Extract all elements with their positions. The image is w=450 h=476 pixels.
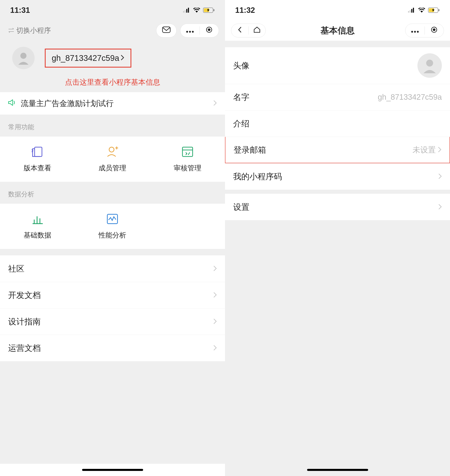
home-indicator[interactable] xyxy=(0,464,225,476)
capsule-close-button[interactable] xyxy=(425,24,444,37)
capsule-menu-button[interactable] xyxy=(180,24,200,37)
feature-basic-data[interactable]: 基础数据 xyxy=(0,212,75,240)
settings-label: 设置 xyxy=(233,202,436,213)
status-time: 11:31 xyxy=(10,6,30,15)
links-list: 社区 开发文档 设计指南 运营文档 xyxy=(0,255,225,361)
link-ops-docs[interactable]: 运营文档 xyxy=(0,335,225,361)
feature-label: 基础数据 xyxy=(24,231,51,240)
mail-button[interactable] xyxy=(156,23,177,37)
promo-label: 流量主广告金激励计划试行 xyxy=(21,98,210,109)
speaker-icon xyxy=(8,99,16,108)
status-indicators xyxy=(183,7,215,13)
section-common-title: 常用功能 xyxy=(0,115,225,137)
link-design-guide[interactable]: 设计指南 xyxy=(0,308,225,335)
performance-icon xyxy=(105,212,119,226)
feature-version-check[interactable]: 版本查看 xyxy=(0,145,75,173)
back-button[interactable] xyxy=(231,24,249,37)
top-bar: 切换小程序 xyxy=(0,20,225,41)
svg-rect-0 xyxy=(183,11,184,13)
svg-point-26 xyxy=(414,31,416,33)
capsule-menu-button[interactable] xyxy=(405,24,425,37)
right-phone-screen: 11:32 基 xyxy=(225,0,450,476)
svg-point-13 xyxy=(20,53,26,59)
left-phone-screen: 11:31 切换小程序 xyxy=(0,0,225,476)
member-icon xyxy=(105,145,119,159)
chevron-right-icon xyxy=(438,145,441,154)
settings-list: 设置 xyxy=(225,194,450,220)
wifi-icon xyxy=(193,8,200,13)
section-data-title: 数据分析 xyxy=(0,182,225,204)
profile-id: gh_87133427c59a xyxy=(52,53,119,63)
row-avatar[interactable]: 头像 xyxy=(225,47,450,84)
svg-point-27 xyxy=(417,31,419,33)
status-bar: 11:31 xyxy=(0,0,225,20)
chevron-right-icon xyxy=(438,172,442,181)
avatar-label: 头像 xyxy=(233,60,417,71)
svg-rect-24 xyxy=(438,9,439,11)
profile-row[interactable]: gh_87133427c59a xyxy=(0,41,225,75)
row-qrcode[interactable]: 我的小程序码 xyxy=(225,163,450,190)
link-dev-docs[interactable]: 开发文档 xyxy=(0,282,225,308)
data-features-grid: 基础数据 性能分析 xyxy=(0,204,225,249)
svg-point-25 xyxy=(411,31,413,33)
chevron-right-icon xyxy=(213,343,217,353)
row-login-email[interactable]: 登录邮箱 未设置 xyxy=(225,137,450,163)
link-community[interactable]: 社区 xyxy=(0,255,225,282)
svg-rect-18 xyxy=(408,11,409,13)
home-icon xyxy=(253,26,261,35)
target-icon xyxy=(431,26,438,35)
row-name[interactable]: 名字 gh_87133427c59a xyxy=(225,84,450,110)
target-icon xyxy=(206,26,213,35)
basic-info-list: 头像 名字 gh_87133427c59a 介绍 登录邮箱 未设置 我的小程序码 xyxy=(225,47,450,190)
chevron-right-icon xyxy=(213,264,217,273)
home-button[interactable] xyxy=(249,24,266,37)
more-icon xyxy=(411,26,419,35)
qrcode-label: 我的小程序码 xyxy=(233,171,436,182)
capsule-close-button[interactable] xyxy=(200,24,219,37)
chevron-right-icon xyxy=(213,99,217,108)
svg-rect-3 xyxy=(188,8,189,13)
avatar-image xyxy=(417,53,442,78)
feature-label: 版本查看 xyxy=(24,163,51,173)
promo-row[interactable]: 流量主广告金激励计划试行 xyxy=(0,92,225,115)
link-label: 开发文档 xyxy=(8,290,210,301)
home-indicator[interactable] xyxy=(225,464,450,476)
chevron-right-icon xyxy=(120,53,124,63)
row-intro[interactable]: 介绍 xyxy=(225,110,450,137)
feature-audit-manage[interactable]: 审核管理 xyxy=(150,145,225,173)
cellular-icon xyxy=(408,8,415,13)
status-time: 11:32 xyxy=(235,6,255,15)
cellular-icon xyxy=(183,8,190,13)
link-label: 运营文档 xyxy=(8,342,210,354)
status-indicators xyxy=(408,7,440,13)
mail-icon xyxy=(162,26,171,35)
feature-member-manage[interactable]: 成员管理 xyxy=(75,145,150,173)
svg-point-30 xyxy=(426,60,433,67)
status-bar: 11:32 xyxy=(225,0,450,20)
chevron-right-icon xyxy=(213,290,217,300)
chevron-left-icon xyxy=(238,26,242,35)
svg-rect-17 xyxy=(107,214,118,224)
feature-label: 审核管理 xyxy=(174,163,201,173)
profile-id-highlight-box: gh_87133427c59a xyxy=(45,49,131,68)
feature-performance[interactable]: 性能分析 xyxy=(75,212,150,240)
swap-icon xyxy=(8,27,14,35)
annotation-text: 点击这里查看小程序基本信息 xyxy=(0,75,225,92)
link-label: 社区 xyxy=(8,263,210,274)
chevron-right-icon xyxy=(438,203,442,212)
bar-chart-icon xyxy=(30,212,45,226)
chevron-right-icon xyxy=(213,317,217,326)
svg-point-10 xyxy=(192,31,194,33)
name-label: 名字 xyxy=(233,92,378,103)
row-settings[interactable]: 设置 xyxy=(225,194,450,220)
svg-rect-2 xyxy=(186,9,187,13)
wifi-icon xyxy=(418,8,425,13)
feature-label: 性能分析 xyxy=(99,231,126,240)
switch-miniprogram-button[interactable]: 切换小程序 xyxy=(8,26,51,35)
miniprogram-capsule xyxy=(180,23,219,37)
common-features-grid: 版本查看 成员管理 审核管理 xyxy=(0,137,225,182)
svg-point-9 xyxy=(189,31,191,33)
nav-back-home-capsule xyxy=(231,23,266,37)
version-icon xyxy=(30,145,45,159)
intro-label: 介绍 xyxy=(233,118,442,129)
